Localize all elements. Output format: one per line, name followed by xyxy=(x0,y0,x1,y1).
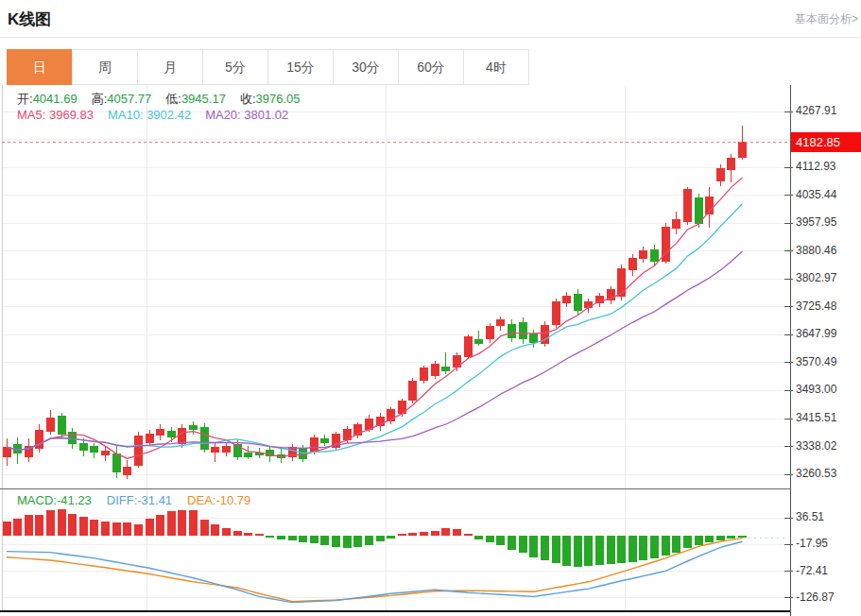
candle-body xyxy=(562,296,571,303)
macd-hist-bar xyxy=(320,536,329,545)
candle-body xyxy=(123,467,131,475)
macd-hist-bar xyxy=(639,536,647,560)
candle-body xyxy=(529,334,538,343)
macd-hist-bar xyxy=(496,536,505,545)
macd-hist-bar xyxy=(123,522,131,536)
macd-hist-bar xyxy=(738,536,747,538)
candle-body xyxy=(408,381,417,401)
ohlc-item: 开:4041.69 xyxy=(17,91,77,108)
current-price-tag: 4182.85 xyxy=(791,132,861,152)
candle-body xyxy=(112,453,121,472)
macd-hist-bar xyxy=(365,536,373,545)
candle-body xyxy=(727,158,735,170)
macd-hist-bar xyxy=(519,536,527,553)
macd-hist-bar xyxy=(672,536,680,553)
axis-tick-label: 3957.95 xyxy=(796,215,836,229)
candle-body xyxy=(441,367,450,371)
macd-hist-bar xyxy=(3,522,11,536)
macd-hist-bar xyxy=(705,536,714,542)
macd-hist-bar xyxy=(58,509,66,536)
macd-hist-bar xyxy=(266,536,274,538)
macd-hist-bar xyxy=(552,536,560,563)
candle-body xyxy=(431,364,439,376)
axis-tick-label: 3260.53 xyxy=(796,467,836,480)
macd-hist-bar xyxy=(441,528,450,536)
macd-hist-bar xyxy=(167,511,176,536)
axis-tick-label: -72.41 xyxy=(796,564,828,577)
macd-hist-bar xyxy=(541,536,549,560)
candle-body xyxy=(68,432,77,444)
candle-body xyxy=(320,438,329,443)
macd-hist-bar xyxy=(595,536,604,565)
macd-hist-bar xyxy=(683,536,692,549)
candle-body xyxy=(672,219,680,229)
macd-hist-bar xyxy=(353,536,362,547)
ma-legend-item: MA20: 3801.02 xyxy=(205,108,288,122)
ma-legend: MA5: 3969.83MA10: 3902.42MA20: 3801.02 xyxy=(17,108,288,122)
axis-tick-label: 3725.48 xyxy=(796,299,836,313)
candle-body xyxy=(420,368,428,381)
macd-hist-bar xyxy=(288,536,297,540)
candle-body xyxy=(552,301,560,325)
candle-body xyxy=(650,249,659,263)
candle-body xyxy=(453,355,461,368)
ma-legend-item: MA10: 3902.42 xyxy=(108,108,191,122)
axis-tick-label: 4112.93 xyxy=(796,160,836,173)
macd-hist-bar xyxy=(299,536,307,542)
candle-body xyxy=(58,416,66,435)
macd-hist-bar xyxy=(255,534,264,536)
axis-tick-label: 3647.99 xyxy=(796,327,836,340)
axis-tick-label: 4035.44 xyxy=(796,188,836,201)
macd-hist-bar xyxy=(629,536,637,562)
candle-body xyxy=(716,168,725,181)
macd-hist-bar xyxy=(650,536,659,558)
candle-body xyxy=(508,324,516,338)
candle-body xyxy=(134,436,143,466)
candle-body xyxy=(683,189,692,222)
macd-hist-bar xyxy=(343,536,352,549)
macd-hist-bar xyxy=(529,536,538,557)
macd-hist-bar xyxy=(716,536,725,540)
candle-body xyxy=(496,319,505,326)
macd-hist-bar xyxy=(474,536,483,539)
candle-body xyxy=(244,453,252,457)
candle-body xyxy=(738,142,747,157)
macd-hist-bar xyxy=(376,536,385,541)
axis-tick-label: 36.51 xyxy=(796,510,824,523)
macd-hist-bar xyxy=(200,520,209,536)
macd-hist-bar xyxy=(35,515,43,536)
macd-hist-bar xyxy=(508,536,516,550)
macd-hist-bar xyxy=(310,536,319,543)
axis-tick-label: 3493.00 xyxy=(796,383,836,396)
macd-hist-bar xyxy=(244,533,252,536)
macd-hist-bar xyxy=(607,536,615,564)
macd-hist-bar xyxy=(101,522,110,536)
ma5-line xyxy=(7,178,743,458)
ohlc-item: 收:3976.05 xyxy=(240,91,301,108)
macd-hist-bar xyxy=(46,510,55,536)
macd-hist-bar xyxy=(584,536,593,566)
candle-body xyxy=(464,336,473,357)
candle-body xyxy=(79,443,88,451)
candle-body xyxy=(167,431,176,437)
axis-tick-label: -126.87 xyxy=(796,590,835,604)
candle-body xyxy=(90,446,98,453)
axis-tick-label: 3802.97 xyxy=(796,271,836,284)
macd-hist-bar xyxy=(453,529,461,536)
macd-hist-bar xyxy=(464,534,473,536)
macd-hist-bar xyxy=(112,522,121,536)
macd-hist-bar xyxy=(146,519,154,536)
axis-tick-label: 4267.91 xyxy=(796,104,836,117)
ohlc-item: 低:3945.17 xyxy=(165,91,226,108)
macd-hist-bar xyxy=(420,532,428,536)
macd-legend: MACD:-41.23DIFF:-31.41DEA:-10.79 xyxy=(17,493,250,507)
ma-legend-item: MA5: 3969.83 xyxy=(17,108,94,122)
ma10-line xyxy=(7,204,743,453)
macd-hist-bar xyxy=(486,536,494,542)
macd-legend-item: MACD:-41.23 xyxy=(17,493,92,507)
candle-body xyxy=(3,447,11,457)
macd-hist-bar xyxy=(134,524,143,536)
axis-tick-label: 3570.49 xyxy=(796,355,836,368)
macd-hist-bar xyxy=(695,536,703,545)
macd-hist-bar xyxy=(222,528,231,536)
